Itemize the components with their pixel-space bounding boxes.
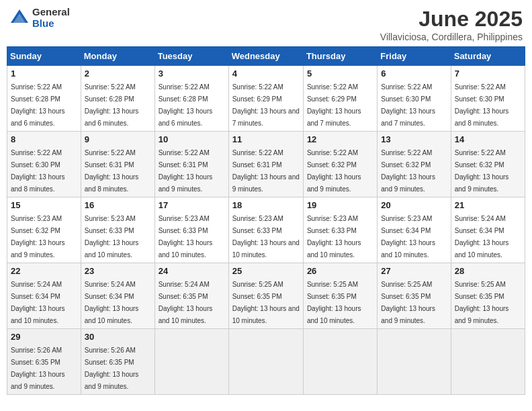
day-cell: 25 Sunrise: 5:25 AMSunset: 6:35 PMDaylig… [228, 263, 303, 329]
empty-day [451, 329, 525, 395]
day-number: 4 [232, 68, 300, 79]
day-number: 12 [307, 134, 373, 144]
day-number: 23 [85, 266, 151, 276]
day-number: 8 [11, 134, 77, 144]
empty-day [228, 329, 303, 395]
col-monday: Monday [81, 47, 154, 66]
day-number: 14 [455, 134, 521, 144]
day-number: 28 [455, 266, 521, 276]
day-number: 19 [307, 200, 373, 210]
day-cell: 14 Sunrise: 5:22 AMSunset: 6:32 PMDaylig… [451, 132, 525, 197]
day-info: Sunrise: 5:24 AMSunset: 6:34 PMDaylight:… [85, 281, 139, 324]
location-title: Villaviciosa, Cordillera, Philippines [380, 32, 523, 42]
day-info: Sunrise: 5:25 AMSunset: 6:35 PMDaylight:… [307, 281, 361, 324]
day-number: 22 [11, 266, 77, 276]
col-thursday: Thursday [303, 47, 377, 66]
day-cell: 11 Sunrise: 5:22 AMSunset: 6:31 PMDaylig… [228, 132, 303, 197]
day-info: Sunrise: 5:26 AMSunset: 6:35 PMDaylight:… [85, 347, 139, 390]
day-number: 17 [159, 200, 225, 210]
day-cell: 15 Sunrise: 5:23 AMSunset: 6:32 PMDaylig… [7, 197, 81, 263]
day-info: Sunrise: 5:23 AMSunset: 6:34 PMDaylight:… [381, 215, 435, 259]
day-info: Sunrise: 5:24 AMSunset: 6:34 PMDaylight:… [455, 215, 509, 259]
day-cell: 23 Sunrise: 5:24 AMSunset: 6:34 PMDaylig… [81, 263, 154, 329]
day-info: Sunrise: 5:23 AMSunset: 6:33 PMDaylight:… [85, 215, 139, 259]
day-cell: 24 Sunrise: 5:24 AMSunset: 6:35 PMDaylig… [154, 263, 228, 329]
day-number: 7 [455, 68, 521, 79]
empty-day [303, 329, 377, 395]
day-info: Sunrise: 5:26 AMSunset: 6:35 PMDaylight:… [11, 347, 65, 390]
day-number: 15 [11, 200, 77, 210]
logo-text: General Blue [32, 7, 70, 29]
day-number: 1 [11, 68, 77, 79]
day-info: Sunrise: 5:22 AMSunset: 6:30 PMDaylight:… [381, 83, 435, 127]
day-info: Sunrise: 5:22 AMSunset: 6:31 PMDaylight:… [232, 149, 300, 193]
calendar-week-row: 15 Sunrise: 5:23 AMSunset: 6:32 PMDaylig… [7, 197, 525, 263]
day-info: Sunrise: 5:23 AMSunset: 6:33 PMDaylight:… [232, 215, 300, 259]
day-info: Sunrise: 5:22 AMSunset: 6:28 PMDaylight:… [159, 83, 213, 127]
day-number: 9 [85, 134, 151, 144]
day-number: 16 [85, 200, 151, 210]
day-cell: 22 Sunrise: 5:24 AMSunset: 6:34 PMDaylig… [7, 263, 81, 329]
calendar-header-row: Sunday Monday Tuesday Wednesday Thursday… [7, 47, 525, 66]
day-cell: 16 Sunrise: 5:23 AMSunset: 6:33 PMDaylig… [81, 197, 154, 263]
day-number: 30 [85, 332, 151, 342]
logo-icon [9, 8, 30, 28]
day-info: Sunrise: 5:22 AMSunset: 6:29 PMDaylight:… [232, 83, 300, 127]
day-number: 5 [307, 68, 373, 79]
day-cell: 12 Sunrise: 5:22 AMSunset: 6:32 PMDaylig… [303, 132, 377, 197]
day-info: Sunrise: 5:25 AMSunset: 6:35 PMDaylight:… [381, 281, 435, 324]
day-number: 2 [85, 68, 151, 79]
month-title: June 2025 [380, 7, 523, 32]
day-cell: 4 Sunrise: 5:22 AMSunset: 6:29 PMDayligh… [228, 66, 303, 132]
day-cell: 1 Sunrise: 5:22 AMSunset: 6:28 PMDayligh… [7, 66, 81, 132]
day-cell: 13 Sunrise: 5:22 AMSunset: 6:32 PMDaylig… [378, 132, 451, 197]
day-cell: 10 Sunrise: 5:22 AMSunset: 6:31 PMDaylig… [154, 132, 228, 197]
day-number: 25 [232, 266, 300, 276]
day-number: 11 [232, 134, 300, 144]
day-cell: 3 Sunrise: 5:22 AMSunset: 6:28 PMDayligh… [154, 66, 228, 132]
day-info: Sunrise: 5:24 AMSunset: 6:34 PMDaylight:… [11, 281, 65, 324]
day-number: 21 [455, 200, 521, 210]
day-info: Sunrise: 5:22 AMSunset: 6:32 PMDaylight:… [381, 149, 435, 193]
day-info: Sunrise: 5:25 AMSunset: 6:35 PMDaylight:… [232, 281, 300, 324]
calendar-table: Sunday Monday Tuesday Wednesday Thursday… [7, 46, 525, 395]
day-number: 20 [381, 200, 447, 210]
empty-day [154, 329, 228, 395]
day-info: Sunrise: 5:23 AMSunset: 6:32 PMDaylight:… [11, 215, 65, 259]
day-cell: 7 Sunrise: 5:22 AMSunset: 6:30 PMDayligh… [451, 66, 525, 132]
day-cell: 8 Sunrise: 5:22 AMSunset: 6:30 PMDayligh… [7, 132, 81, 197]
day-number: 29 [11, 332, 77, 342]
day-cell: 19 Sunrise: 5:23 AMSunset: 6:33 PMDaylig… [303, 197, 377, 263]
day-cell: 20 Sunrise: 5:23 AMSunset: 6:34 PMDaylig… [378, 197, 451, 263]
day-cell: 5 Sunrise: 5:22 AMSunset: 6:29 PMDayligh… [303, 66, 377, 132]
calendar-week-row: 1 Sunrise: 5:22 AMSunset: 6:28 PMDayligh… [7, 66, 525, 132]
col-wednesday: Wednesday [228, 47, 303, 66]
logo-blue: Blue [32, 18, 70, 30]
page-header: General Blue June 2025 Villaviciosa, Cor… [7, 7, 525, 42]
day-number: 6 [381, 68, 447, 79]
day-cell: 27 Sunrise: 5:25 AMSunset: 6:35 PMDaylig… [378, 263, 451, 329]
title-area: June 2025 Villaviciosa, Cordillera, Phil… [380, 7, 523, 42]
day-info: Sunrise: 5:22 AMSunset: 6:31 PMDaylight:… [85, 149, 139, 193]
day-info: Sunrise: 5:22 AMSunset: 6:28 PMDaylight:… [11, 83, 65, 127]
day-cell: 2 Sunrise: 5:22 AMSunset: 6:28 PMDayligh… [81, 66, 154, 132]
day-number: 27 [381, 266, 447, 276]
day-number: 3 [159, 68, 225, 79]
day-number: 10 [159, 134, 225, 144]
day-info: Sunrise: 5:22 AMSunset: 6:32 PMDaylight:… [455, 149, 509, 193]
day-info: Sunrise: 5:23 AMSunset: 6:33 PMDaylight:… [159, 215, 213, 259]
day-info: Sunrise: 5:24 AMSunset: 6:35 PMDaylight:… [159, 281, 213, 324]
day-cell: 6 Sunrise: 5:22 AMSunset: 6:30 PMDayligh… [378, 66, 451, 132]
day-number: 18 [232, 200, 300, 210]
day-number: 13 [381, 134, 447, 144]
day-cell: 29 Sunrise: 5:26 AMSunset: 6:35 PMDaylig… [7, 329, 81, 395]
day-info: Sunrise: 5:22 AMSunset: 6:28 PMDaylight:… [85, 83, 139, 127]
col-sunday: Sunday [7, 47, 81, 66]
day-number: 26 [307, 266, 373, 276]
day-info: Sunrise: 5:22 AMSunset: 6:30 PMDaylight:… [455, 83, 509, 127]
col-saturday: Saturday [451, 47, 525, 66]
day-cell: 26 Sunrise: 5:25 AMSunset: 6:35 PMDaylig… [303, 263, 377, 329]
day-info: Sunrise: 5:22 AMSunset: 6:31 PMDaylight:… [159, 149, 213, 193]
day-cell: 17 Sunrise: 5:23 AMSunset: 6:33 PMDaylig… [154, 197, 228, 263]
day-info: Sunrise: 5:25 AMSunset: 6:35 PMDaylight:… [455, 281, 509, 324]
